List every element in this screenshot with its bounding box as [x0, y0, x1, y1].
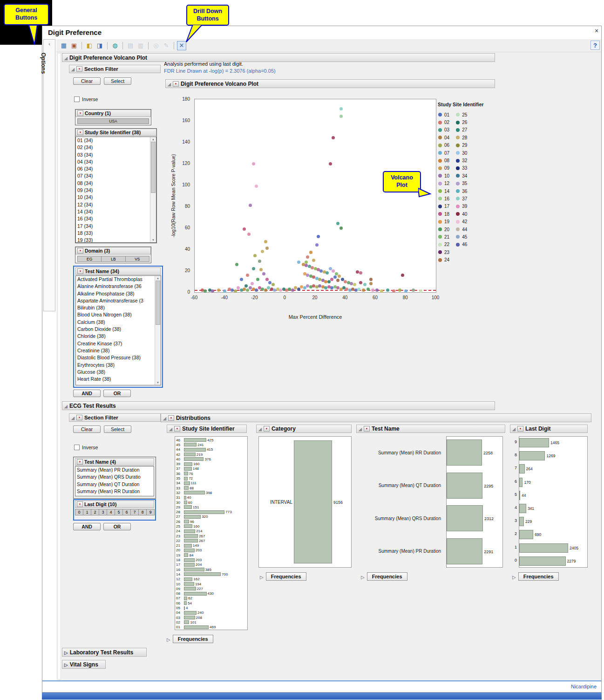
bar[interactable]: [184, 457, 204, 461]
testname-list-scrollbar[interactable]: [155, 276, 161, 385]
scatter-point[interactable]: [240, 278, 243, 281]
legend-item[interactable]: 21: [438, 233, 449, 240]
bar[interactable]: [184, 611, 197, 615]
list-item[interactable]: 01 (34): [76, 137, 156, 144]
inverse-checkbox[interactable]: [74, 96, 80, 102]
legend-item[interactable]: 12: [438, 180, 449, 187]
list-item[interactable]: 17 (34): [76, 223, 156, 230]
clear-button[interactable]: Clear: [73, 425, 101, 433]
list-item[interactable]: 18 (33): [76, 230, 156, 237]
last-digit-button[interactable]: 2: [91, 509, 99, 515]
scatter-point[interactable]: [326, 271, 329, 275]
legend-item[interactable]: 20: [438, 226, 449, 233]
list-item[interactable]: 10 (34): [76, 194, 156, 201]
scatter-point[interactable]: [243, 227, 246, 231]
drill-down-icon[interactable]: ✕: [177, 41, 186, 50]
legend-item[interactable]: 35: [456, 180, 467, 187]
scatter-point[interactable]: [339, 107, 343, 110]
red-triangle-menu-icon[interactable]: [76, 415, 82, 420]
list-item[interactable]: 12 (34): [76, 201, 156, 208]
scatter-point[interactable]: [265, 278, 269, 281]
bar[interactable]: [447, 538, 482, 564]
red-triangle-menu-icon[interactable]: [77, 459, 83, 465]
legend-item[interactable]: 24: [438, 256, 449, 263]
scatter-point[interactable]: [253, 254, 257, 257]
select-button[interactable]: Select: [104, 425, 131, 433]
help-icon[interactable]: ?: [590, 41, 600, 50]
legend-item[interactable]: 32: [456, 157, 467, 164]
and-button[interactable]: AND: [73, 523, 101, 530]
bar[interactable]: [184, 625, 209, 629]
scatter-point[interactable]: [235, 263, 238, 266]
legend-item[interactable]: 34: [456, 172, 467, 179]
category-frequencies[interactable]: Frequencies: [260, 572, 306, 581]
or-button[interactable]: OR: [103, 390, 131, 397]
frequencies-label[interactable]: Frequencies: [173, 635, 213, 643]
disclosure-icon[interactable]: [258, 425, 262, 432]
scatter-point[interactable]: [412, 288, 415, 292]
list-item[interactable]: Summary (Mean) PR Duration: [75, 467, 154, 474]
bar[interactable]: [184, 438, 206, 442]
scatter-point[interactable]: [404, 289, 407, 293]
scatter-point[interactable]: [256, 278, 259, 281]
disclosure-icon[interactable]: [64, 661, 68, 668]
scatter-point[interactable]: [369, 282, 373, 285]
legend-item[interactable]: 19: [438, 218, 449, 225]
legend-item[interactable]: 03: [438, 126, 449, 134]
column-dialog-icon[interactable]: ◧: [85, 41, 94, 50]
legend-item[interactable]: 08: [438, 157, 449, 164]
scatter-point[interactable]: [315, 243, 319, 247]
legend-item[interactable]: 09: [438, 165, 449, 172]
bar[interactable]: [184, 501, 187, 504]
legend-item[interactable]: 14: [438, 187, 449, 195]
scatter-point[interactable]: [262, 272, 265, 275]
list-item[interactable]: Summary (Mean) RR Duration: [75, 488, 154, 495]
scatter-point[interactable]: [255, 185, 258, 188]
legend-item[interactable]: 28: [456, 134, 467, 141]
bar[interactable]: [184, 520, 189, 523]
and-button[interactable]: AND: [73, 390, 101, 397]
options-tab-label[interactable]: Options: [40, 53, 47, 74]
bar[interactable]: [184, 539, 198, 542]
red-triangle-menu-icon[interactable]: [364, 426, 370, 432]
red-triangle-menu-icon[interactable]: [264, 426, 270, 432]
scatter-point[interactable]: [306, 255, 309, 259]
disclosure-icon[interactable]: [163, 415, 166, 421]
bar[interactable]: [184, 553, 188, 557]
testname-filter-header[interactable]: Test Name (34): [75, 268, 161, 275]
site-frequencies[interactable]: Frequencies: [167, 635, 213, 643]
bar[interactable]: [184, 568, 204, 571]
graph-builder-icon[interactable]: ▥: [136, 41, 145, 50]
disclosure-icon[interactable]: [167, 635, 170, 643]
scatter-point[interactable]: [312, 259, 315, 262]
bar[interactable]: [184, 496, 186, 500]
list-item[interactable]: 08 (34): [76, 180, 156, 187]
scatter-point[interactable]: [234, 289, 237, 293]
list-item[interactable]: 06 (34): [76, 165, 156, 172]
legend-item[interactable]: 23: [438, 248, 449, 256]
scatter-point[interactable]: [401, 274, 404, 277]
list-item[interactable]: Carbon Dioxide (38): [76, 326, 161, 333]
list-item[interactable]: Creatine Kinase (37): [76, 340, 161, 347]
scatter-point[interactable]: [339, 115, 343, 118]
bar[interactable]: [519, 530, 533, 539]
scatter-point[interactable]: [251, 282, 254, 285]
scatter-point[interactable]: [375, 288, 379, 292]
data-table-icon[interactable]: ▦: [59, 41, 68, 50]
close-icon[interactable]: ×: [592, 27, 601, 35]
bar[interactable]: [519, 504, 526, 513]
bar[interactable]: [184, 505, 192, 509]
status-link[interactable]: Nicardipine: [571, 684, 597, 689]
legend-item[interactable]: 06: [438, 142, 449, 149]
scatter-point[interactable]: [252, 267, 255, 270]
legend-item[interactable]: 36: [456, 187, 467, 195]
bar[interactable]: [519, 451, 545, 460]
bar[interactable]: [184, 515, 201, 519]
legend-item[interactable]: 17: [438, 203, 449, 210]
site-filter-header[interactable]: Study Site Identifier (38): [75, 129, 156, 136]
legend-item[interactable]: 29: [456, 142, 467, 149]
zoom-icon[interactable]: ◎: [151, 41, 161, 50]
list-item[interactable]: Calcium (38): [76, 319, 161, 326]
last-digit-button[interactable]: 7: [130, 509, 139, 515]
scatter-point[interactable]: [330, 278, 333, 281]
